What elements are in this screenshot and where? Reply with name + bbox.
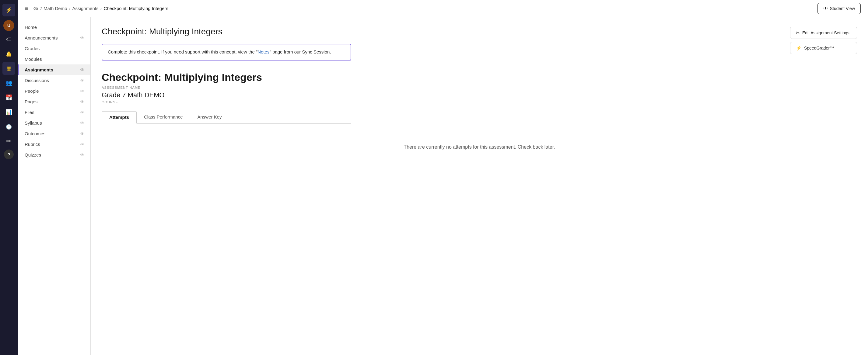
sidebar-item-pages[interactable]: Pages 👁 (18, 96, 90, 107)
course-name: Grade 7 Math DEMO (102, 91, 857, 99)
outcomes-eye-icon: 👁 (80, 131, 84, 136)
people-nav-icon[interactable]: 👥 (2, 77, 15, 90)
tabs: Attempts Class Performance Answer Key (102, 111, 351, 124)
user-avatar[interactable]: U (3, 20, 14, 31)
sidebar-item-home[interactable]: Home (18, 22, 90, 33)
icon-bar: ⚡ U 🏷 🔔 ▦ 👥 📅 📊 🕐 ⮕ ? (0, 0, 18, 355)
sidebar-item-announcements[interactable]: Announcements 👁 (18, 33, 90, 43)
content-area: Home Announcements 👁 Grades Modules Assi… (18, 17, 868, 355)
sidebar-label-outcomes: Outcomes (25, 131, 45, 136)
breadcrumb-current: Checkpoint: Multiplying Integers (103, 6, 168, 11)
sidebar-item-outcomes[interactable]: Outcomes 👁 (18, 128, 90, 139)
people-eye-icon: 👁 (80, 89, 84, 94)
sidebar-label-people: People (25, 88, 39, 94)
tab-answer-key[interactable]: Answer Key (190, 111, 229, 124)
badge-icon[interactable]: 🏷 (2, 33, 15, 45)
edit-assignment-label: Edit Assignment Settings (802, 30, 849, 35)
syllabus-eye-icon: 👁 (80, 121, 84, 126)
discussions-eye-icon: 👁 (80, 78, 84, 83)
sidebar-label-announcements: Announcements (25, 35, 58, 40)
main-content: Checkpoint: Multiplying Integers ✂ Edit … (91, 17, 868, 355)
assessment-section: Checkpoint: Multiplying Integers ASSESSM… (102, 71, 857, 162)
tab-class-performance[interactable]: Class Performance (137, 111, 190, 124)
sidebar-label-assignments: Assignments (25, 67, 53, 72)
sidebar-item-files[interactable]: Files 👁 (18, 107, 90, 118)
sidebar-label-pages: Pages (25, 99, 38, 104)
grades-icon[interactable]: 📊 (2, 106, 15, 118)
sidebar-label-discussions: Discussions (25, 78, 49, 83)
tab-attempts[interactable]: Attempts (102, 111, 137, 124)
student-view-icon: 👁 (823, 6, 828, 11)
sidebar: Home Announcements 👁 Grades Modules Assi… (18, 17, 91, 355)
right-actions: ✂ Edit Assignment Settings ⚡ SpeedGrader… (790, 27, 857, 54)
assignments-eye-icon: 👁 (80, 68, 84, 72)
student-view-button[interactable]: 👁 Student View (817, 3, 861, 14)
sidebar-item-grades[interactable]: Grades (18, 43, 90, 54)
assessment-name-label: ASSESSMENT NAME (102, 86, 857, 90)
empty-state: There are currently no attempts for this… (102, 132, 857, 162)
info-box: Complete this checkpoint. If you need su… (102, 44, 351, 61)
assessment-title: Checkpoint: Multiplying Integers (102, 71, 857, 83)
breadcrumb-course[interactable]: Gr 7 Math Demo (33, 6, 67, 11)
speed-grader-button[interactable]: ⚡ SpeedGrader™ (790, 42, 857, 54)
top-nav-left: ≡ Gr 7 Math Demo › Assignments › Checkpo… (25, 5, 168, 12)
sidebar-item-people[interactable]: People 👁 (18, 86, 90, 96)
sidebar-label-grades: Grades (25, 46, 39, 51)
hamburger-menu[interactable]: ≡ (25, 5, 29, 12)
lightning-icon[interactable]: ⚡ (2, 4, 15, 16)
sidebar-item-syllabus[interactable]: Syllabus 👁 (18, 118, 90, 128)
speed-grader-icon: ⚡ (796, 45, 802, 51)
page-title: Checkpoint: Multiplying Integers (102, 27, 857, 36)
course-label: COURSE (102, 100, 857, 104)
sidebar-label-files: Files (25, 110, 34, 115)
sidebar-item-discussions[interactable]: Discussions 👁 (18, 75, 90, 86)
sidebar-label-quizzes: Quizzes (25, 152, 41, 157)
sidebar-item-assignments[interactable]: Assignments 👁 (18, 64, 90, 75)
notes-link[interactable]: Notes (257, 49, 269, 55)
top-nav: ≡ Gr 7 Math Demo › Assignments › Checkpo… (18, 0, 868, 17)
sidebar-label-syllabus: Syllabus (25, 120, 42, 126)
calendar-icon[interactable]: 📅 (2, 91, 15, 104)
sidebar-item-modules[interactable]: Modules (18, 54, 90, 64)
sidebar-item-rubrics[interactable]: Rubrics 👁 (18, 139, 90, 149)
breadcrumb-sep-1: › (69, 6, 71, 11)
quizzes-eye-icon: 👁 (80, 152, 84, 157)
breadcrumb-sep-2: › (100, 6, 102, 11)
files-eye-icon: 👁 (80, 110, 84, 115)
sidebar-label-rubrics: Rubrics (25, 142, 40, 147)
sidebar-label-modules: Modules (25, 57, 42, 62)
alert-icon[interactable]: 🔔 (2, 47, 15, 60)
pages-eye-icon: 👁 (80, 99, 84, 104)
edit-icon: ✂ (796, 30, 800, 36)
student-view-label: Student View (830, 6, 855, 11)
sidebar-label-home: Home (25, 25, 37, 30)
info-text: Complete this checkpoint. If you need su… (108, 49, 331, 55)
sidebar-item-quizzes[interactable]: Quizzes 👁 (18, 149, 90, 160)
rubrics-eye-icon: 👁 (80, 142, 84, 147)
edit-assignment-button[interactable]: ✂ Edit Assignment Settings (790, 27, 857, 39)
announcements-eye-icon: 👁 (80, 36, 84, 40)
clock-icon[interactable]: 🕐 (2, 120, 15, 133)
redirect-icon[interactable]: ⮕ (2, 135, 15, 148)
speed-grader-label: SpeedGrader™ (804, 45, 834, 50)
help-icon[interactable]: ? (4, 149, 14, 159)
main-layout: ≡ Gr 7 Math Demo › Assignments › Checkpo… (18, 0, 868, 355)
assignments-nav-icon[interactable]: ▦ (2, 62, 15, 75)
breadcrumb: Gr 7 Math Demo › Assignments › Checkpoin… (33, 6, 168, 11)
breadcrumb-section[interactable]: Assignments (72, 6, 99, 11)
